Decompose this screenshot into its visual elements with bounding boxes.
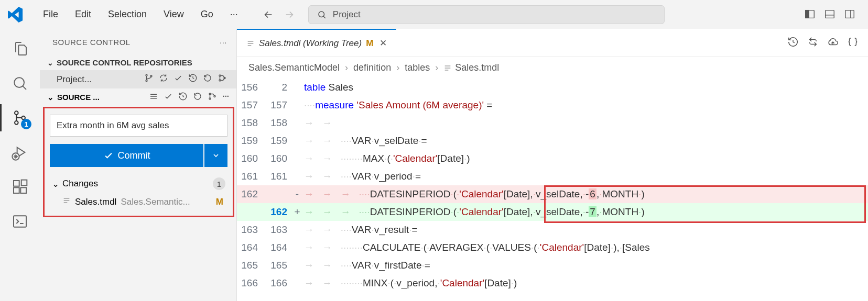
- commit-highlight-box: Commit ⌄ Changes 1 Sales.tmdl Sales.Sema…: [43, 107, 234, 217]
- layout-primary-sidebar-icon[interactable]: [804, 8, 817, 21]
- chevron-down-icon: ⌄: [52, 179, 59, 189]
- commit-message-input[interactable]: [50, 115, 227, 137]
- breadcrumb-item[interactable]: Sales.tmdl: [443, 62, 499, 73]
- svg-point-9: [15, 121, 18, 125]
- history-icon[interactable]: [787, 36, 799, 50]
- menu-edit[interactable]: Edit: [68, 5, 99, 24]
- check-icon[interactable]: [173, 73, 183, 85]
- breadcrumb-item[interactable]: definition: [353, 62, 391, 73]
- code-line[interactable]: 158158→ →: [237, 114, 868, 132]
- cloud-icon[interactable]: [827, 36, 839, 50]
- changed-file-row[interactable]: Sales.tmdl Sales.Semantic... M: [50, 193, 227, 210]
- code-line[interactable]: 165165→ → ····VAR·v_firstDate·=: [237, 257, 868, 274]
- check-icon[interactable]: [164, 92, 173, 103]
- breadcrumb-item[interactable]: Sales.SemanticModel: [248, 62, 340, 73]
- file-icon: [246, 39, 255, 48]
- sidebar-more-icon[interactable]: ···: [220, 38, 227, 47]
- menu-go[interactable]: Go: [193, 5, 221, 24]
- activity-explorer-icon[interactable]: [9, 38, 30, 59]
- file-status-modified: M: [214, 197, 225, 207]
- svg-point-20: [219, 75, 221, 76]
- code-line[interactable]: 162-→ → → ····DATESINPERIOD·(·'Calendar'…: [237, 185, 868, 203]
- menu-file[interactable]: File: [36, 5, 66, 24]
- repos-section-header[interactable]: ⌄ SOURCE CONTROL REPOSITORIES: [40, 55, 236, 70]
- braces-icon[interactable]: [847, 36, 859, 50]
- graph-icon[interactable]: [208, 92, 217, 103]
- svg-rect-13: [14, 187, 19, 193]
- tab-title: Sales.tmdl (Working Tree): [259, 38, 362, 49]
- commit-button[interactable]: Commit: [50, 144, 203, 167]
- more-icon[interactable]: ···: [222, 92, 229, 103]
- search-icon: [317, 10, 327, 19]
- nav-forward-icon[interactable]: [281, 6, 298, 23]
- svg-rect-2: [806, 10, 809, 18]
- breadcrumb-item[interactable]: tables: [405, 62, 430, 73]
- refresh-icon[interactable]: [193, 92, 202, 103]
- scm-section-header[interactable]: ⌄ SOURCE ... ···: [40, 88, 236, 106]
- editor-tab-sales[interactable]: Sales.tmdl (Working Tree) M ✕: [237, 29, 396, 57]
- history-icon[interactable]: [188, 73, 198, 85]
- code-line[interactable]: 157157····measure 'Sales Amount (6M aver…: [237, 96, 868, 114]
- activity-source-control-icon[interactable]: 1: [9, 107, 30, 128]
- svg-rect-14: [20, 187, 26, 193]
- svg-point-21: [219, 80, 221, 81]
- code-line[interactable]: 159159→ → ····VAR·v_selDate·=: [237, 132, 868, 150]
- graph-icon[interactable]: [218, 73, 227, 85]
- menu-selection[interactable]: Selection: [101, 5, 154, 24]
- breadcrumbs[interactable]: Sales.SemanticModel › definition › table…: [237, 57, 868, 79]
- changes-count-badge: 1: [213, 177, 225, 190]
- menu-view[interactable]: View: [156, 5, 191, 24]
- vscode-logo-icon: [6, 5, 25, 24]
- svg-rect-5: [845, 10, 854, 18]
- layout-secondary-sidebar-icon[interactable]: [844, 8, 856, 21]
- svg-point-19: [150, 75, 152, 77]
- editor-area: Sales.tmdl (Working Tree) M ✕ Sales.Sema…: [237, 29, 868, 301]
- code-line[interactable]: 166166→ → ········MINX·(·v_period,·'Cale…: [237, 274, 868, 292]
- svg-point-8: [15, 111, 18, 115]
- code-line[interactable]: 164164→ → ········CALCULATE·(·AVERAGEX·(…: [237, 239, 868, 257]
- svg-point-27: [209, 98, 211, 99]
- view-list-icon[interactable]: [149, 92, 158, 103]
- editor-tabs: Sales.tmdl (Working Tree) M ✕: [237, 29, 868, 57]
- activity-terminal-icon[interactable]: [9, 211, 30, 232]
- chevron-right-icon: ›: [396, 62, 399, 73]
- branch-icon[interactable]: [144, 73, 154, 85]
- chevron-down-icon: ⌄: [47, 59, 53, 67]
- svg-point-26: [209, 93, 211, 95]
- svg-rect-12: [14, 181, 19, 186]
- activity-search-icon[interactable]: [9, 73, 30, 94]
- file-icon: [62, 196, 71, 207]
- command-center-search[interactable]: Project: [308, 5, 665, 24]
- history-icon[interactable]: [178, 92, 188, 103]
- close-icon[interactable]: ✕: [379, 38, 387, 49]
- code-line[interactable]: 1562table Sales: [237, 79, 868, 96]
- titlebar: File Edit Selection View Go ··· Project: [0, 0, 868, 29]
- code-line[interactable]: 161161→ → ····VAR·v_period·=: [237, 168, 868, 185]
- activity-extensions-icon[interactable]: [9, 176, 30, 197]
- search-placeholder: Project: [333, 9, 361, 20]
- sync-icon[interactable]: [159, 73, 168, 85]
- diff-editor[interactable]: 1562table Sales157157····measure 'Sales …: [237, 79, 868, 301]
- layout-panel-icon[interactable]: [824, 8, 837, 21]
- svg-rect-15: [21, 180, 27, 186]
- svg-point-18: [146, 80, 147, 82]
- repo-row[interactable]: Project...: [40, 70, 236, 88]
- file-path: Sales.Semantic...: [121, 197, 209, 207]
- compare-icon[interactable]: [807, 36, 819, 50]
- code-line[interactable]: 163163→ → ····VAR·v_result·=: [237, 221, 868, 239]
- nav-back-icon[interactable]: [260, 6, 277, 23]
- chevron-down-icon: ⌄: [47, 93, 54, 102]
- refresh-icon[interactable]: [203, 73, 212, 85]
- commit-dropdown-button[interactable]: [204, 144, 227, 167]
- menu-more-icon[interactable]: ···: [223, 5, 245, 24]
- sidebar-title: SOURCE CONTROL: [52, 38, 131, 47]
- code-line[interactable]: 162+→ → → ····DATESINPERIOD·(·'Calendar'…: [237, 203, 868, 221]
- repo-name: Project...: [57, 74, 92, 85]
- scm-badge: 1: [21, 119, 31, 129]
- svg-rect-3: [826, 10, 834, 18]
- code-line[interactable]: 160160→ → ········MAX·(·'Calendar'[Date]…: [237, 150, 868, 168]
- activity-bar: 1: [0, 29, 40, 301]
- activity-debug-icon[interactable]: [9, 142, 30, 163]
- chevron-right-icon: ›: [345, 62, 348, 73]
- changes-header[interactable]: ⌄ Changes 1: [50, 174, 227, 193]
